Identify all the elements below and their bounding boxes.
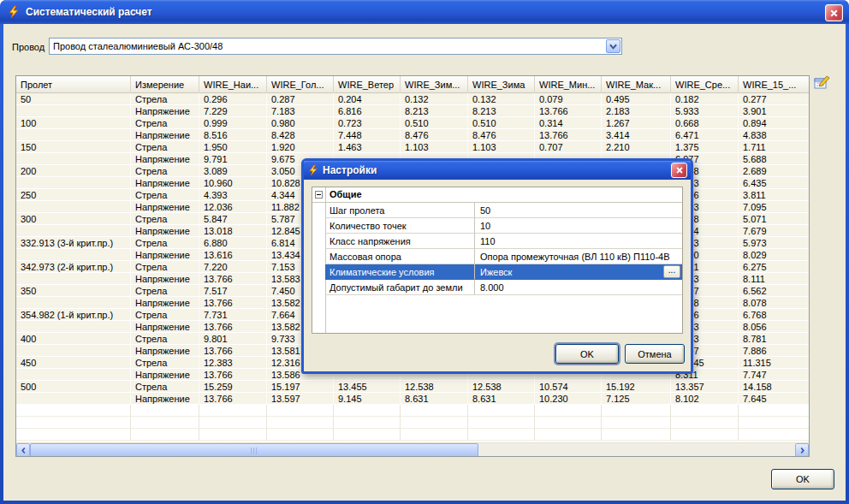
property-value[interactable]: Ижевск [475,264,682,280]
table-cell [16,417,131,429]
table-cell: 8.516 [199,129,267,141]
table-cell: 8.056 [739,321,809,333]
chevron-down-icon[interactable] [606,39,620,53]
table-row[interactable]: 500Стрела15.25915.19713.45512.53812.5381… [16,381,809,393]
table-cell [131,405,199,417]
column-header-2[interactable]: WIRE_Наи... [199,76,267,93]
table-cell [334,417,401,429]
column-header-4[interactable]: WIRE_Ветер [334,76,401,93]
horizontal-scrollbar[interactable] [16,442,809,456]
settings-dialog: Настройки Общие Шаг пролета50Количество … [301,158,693,374]
table-cell: 7.448 [334,129,401,141]
table-cell: 2.183 [602,105,671,117]
property-row-3[interactable]: Массовая опораОпора промежуточная (ВЛ 11… [312,249,682,264]
property-row-2[interactable]: Класс напряжения110 [312,234,682,249]
table-cell: Напряжение [131,369,199,381]
property-row-1[interactable]: Количество точек10 [312,218,682,234]
table-cell: 350 [16,285,131,297]
table-cell: 13.616 [199,249,267,261]
property-value[interactable]: Опора промежуточная (ВЛ 110 кВ) П110-4В [475,249,682,264]
dialog-titlebar[interactable]: Настройки [304,161,691,180]
main-ok-button[interactable]: OK [771,469,834,489]
table-row[interactable]: Напряжение7.2297.1836.8168.2138.21313.76… [16,105,809,117]
table-cell [199,417,267,429]
column-header-6[interactable]: WIRE_Зима [468,76,535,93]
table-cell: 15.259 [199,381,267,393]
scrollbar-grip [251,448,258,454]
property-row-5[interactable]: Допустимый габарит до земли8.000 [312,280,682,295]
table-cell: Стрела [131,141,199,153]
table-row[interactable]: Напряжение13.76613.5979.1458.6318.63110.… [16,393,809,405]
column-header-7[interactable]: WIRE_Мин... [535,76,602,93]
table-cell: 8.476 [401,129,468,141]
table-cell: 1.463 [334,141,401,153]
table-cell: 10.230 [535,393,602,405]
table-cell: 11.315 [739,357,809,369]
table-cell: Напряжение [131,177,199,189]
scroll-left-icon[interactable] [16,443,30,457]
table-cell [602,417,671,429]
property-group-row[interactable]: Общие [312,187,682,203]
property-value[interactable]: 10 [475,218,682,234]
close-icon[interactable] [825,4,843,21]
table-cell: 13.766 [199,369,267,381]
table-cell: 12.538 [401,381,468,393]
main-titlebar[interactable]: Систематический расчет [0,0,849,24]
property-value[interactable]: 50 [475,203,682,218]
property-value[interactable]: 110 [475,234,682,249]
table-cell: 2.210 [602,141,671,153]
settings-icon[interactable] [814,74,831,90]
property-row-0[interactable]: Шаг пролета50 [312,203,682,218]
table-cell [131,429,199,441]
column-header-3[interactable]: WIRE_Гол... [267,76,334,93]
scroll-right-icon[interactable] [795,443,809,457]
table-empty-row [16,405,809,417]
ellipsis-button[interactable]: ... [663,265,680,278]
table-cell: 8.631 [468,393,535,405]
table-cell [602,429,671,441]
table-cell [401,417,468,429]
table-cell: 3.089 [199,165,267,177]
table-cell: 7.183 [267,105,334,117]
property-value[interactable]: 8.000 [475,280,682,295]
table-cell: 5.973 [739,237,809,249]
table-row[interactable]: Напряжение8.5168.4287.4488.4768.47613.76… [16,129,809,141]
column-header-10[interactable]: WIRE_15_... [739,76,809,93]
table-cell: 0.204 [334,93,401,105]
column-header-1[interactable]: Измерение [131,76,199,93]
wire-combobox[interactable]: Провод сталеалюминиевый АС-300/48 [49,38,622,55]
dialog-ok-button[interactable]: OK [555,344,619,364]
table-cell: 100 [16,117,131,129]
property-row-4[interactable]: Климатические условияИжевск... [312,264,682,280]
table-cell [401,429,468,441]
column-header-5[interactable]: WIRE_Зим... [401,76,468,93]
table-cell: 8.428 [267,129,334,141]
table-cell: 1.103 [401,141,468,153]
scrollbar-thumb[interactable] [30,443,478,457]
table-cell: 6.471 [671,129,739,141]
table-row[interactable]: 150Стрела1.9501.9201.4631.1031.1030.7072… [16,141,809,153]
dialog-cancel-button[interactable]: Отмена [625,344,685,364]
table-cell: 13.597 [267,393,334,405]
table-cell: 0.314 [535,117,602,129]
dialog-close-icon[interactable] [671,163,687,178]
table-cell: 4.393 [199,189,267,201]
table-cell: 7.886 [739,345,809,357]
table-cell: 332.913 (3-й крит.пр.) [16,237,131,249]
table-cell [16,405,131,417]
column-header-0[interactable]: Пролет [16,76,131,93]
table-cell: 15.192 [602,381,671,393]
table-row[interactable]: 50Стрела0.2960.2870.2040.1320.1320.0790.… [16,93,809,105]
collapse-minus-icon[interactable] [315,191,323,199]
table-cell: 7.095 [739,201,809,213]
table-cell: Стрела [131,93,199,105]
table-cell [16,429,131,441]
wire-label: Провод [12,42,45,52]
table-cell [671,405,739,417]
table-cell: 1.103 [468,141,535,153]
column-header-8[interactable]: WIRE_Мак... [602,76,671,93]
column-header-9[interactable]: WIRE_Сре... [671,76,739,93]
table-cell: 0.999 [199,117,267,129]
table-row[interactable]: 100Стрела0.9990.9800.7230.5100.5100.3141… [16,117,809,129]
table-cell: 7.220 [199,261,267,273]
